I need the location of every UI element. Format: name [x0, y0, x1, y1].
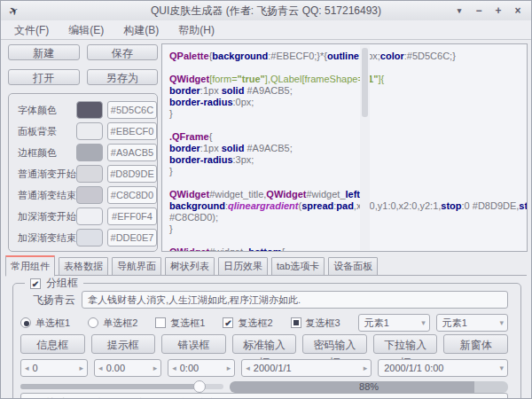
editor-scrollbar[interactable] — [360, 45, 370, 250]
radio-option-1[interactable]: 单选框1 — [20, 317, 82, 330]
progress-label: 88% — [230, 381, 508, 393]
checkbox-icon[interactable] — [291, 317, 301, 328]
bottom-textedit[interactable]: 拿人钱财替人消灾,人生江湖如此,程序江湖亦如此. — [20, 393, 508, 399]
color-swatch[interactable] — [76, 165, 103, 183]
checkbox-option-1[interactable]: 复选框1 — [155, 317, 216, 330]
color-value-input[interactable] — [107, 186, 157, 204]
info-box-button[interactable]: 信息框 — [20, 334, 85, 354]
password-input-button[interactable]: 密码输入框 — [302, 334, 367, 354]
tab-calendar[interactable]: 日历效果 — [218, 257, 268, 276]
slider-thumb[interactable] — [193, 380, 206, 393]
author-row: 飞扬青云 — [20, 291, 508, 309]
color-label: 普通渐变结束 — [18, 189, 76, 202]
author-label: 飞扬青云 — [20, 293, 75, 308]
color-value-input[interactable] — [107, 207, 157, 225]
style-editor[interactable]: QPalette{background:#EBECF0;}*{outline:0… — [161, 43, 528, 252]
code-line: #C8C8D0); — [169, 212, 512, 223]
progress-bar: 88% — [230, 381, 508, 393]
standard-input-button[interactable]: 标准输入框 — [232, 334, 297, 354]
color-swatch[interactable] — [76, 229, 103, 246]
menu-item-help[interactable]: 帮助(H) — [168, 20, 224, 40]
color-row-normal-gradient-start: 普通渐变开始 — [18, 165, 157, 183]
groupbox-checkbox[interactable]: ✔ — [30, 278, 41, 289]
slider[interactable] — [20, 380, 223, 393]
spinbox-value: 0 — [33, 363, 76, 373]
error-box-button[interactable]: 错误框 — [161, 334, 226, 354]
radio-option-2[interactable]: 单选框2 — [88, 317, 149, 330]
spinbox-value: 0.00 — [106, 363, 150, 373]
new-button[interactable]: 新建 — [8, 44, 80, 60]
radio-icon[interactable] — [88, 317, 98, 328]
editor-scrollbar-thumb[interactable] — [362, 48, 368, 117]
color-value-input[interactable] — [107, 229, 157, 246]
color-swatch[interactable] — [76, 101, 103, 119]
combobox-value: 2000/1/1 0:00 — [384, 363, 499, 373]
spin-right-icon[interactable]: ▸ — [364, 364, 368, 372]
new-window-button[interactable]: 新窗体 — [443, 334, 508, 354]
window-menu-button[interactable]: ▾ — [450, 6, 469, 15]
color-value-input[interactable] — [107, 122, 157, 140]
radio-icon[interactable] — [20, 317, 31, 328]
minimize-button[interactable]: − — [469, 4, 489, 17]
save-as-button[interactable]: 另存为 — [87, 69, 159, 85]
int-spinbox[interactable]: ◂ 0 ▸ — [20, 359, 88, 377]
checkbox-icon[interactable] — [155, 317, 166, 328]
menu-item-edit[interactable]: 编辑(E) — [59, 20, 113, 40]
checkbox-option-2[interactable]: ✔ 复选框2 — [223, 317, 284, 330]
tab-common-widgets[interactable]: 常用组件 — [5, 255, 55, 277]
color-label: 加深渐变开始 — [18, 210, 76, 223]
spin-right-icon[interactable]: ▸ — [80, 364, 84, 372]
tab-nav-ui[interactable]: 导航界面 — [112, 257, 161, 276]
element-combobox-1[interactable]: 元素1 ▾ — [358, 314, 430, 332]
combobox-value: 元素1 — [364, 317, 422, 330]
color-swatch[interactable] — [76, 186, 103, 204]
color-value-input[interactable] — [107, 144, 157, 161]
checkbox-icon[interactable]: ✔ — [223, 317, 233, 328]
checkbox-option-3[interactable]: 复选框3 — [291, 317, 352, 330]
color-row-font: 字体颜色 — [18, 101, 157, 119]
element-combobox-2[interactable]: 元素1 ▾ — [436, 314, 508, 332]
spin-right-icon[interactable]: ▸ — [153, 364, 158, 372]
code-line: .QFrame{ — [169, 131, 512, 143]
menu-item-build[interactable]: 构建(B) — [113, 20, 168, 40]
menu-item-file[interactable]: 文件(F) — [4, 20, 59, 40]
time-spinbox[interactable]: ◂ 0:00 ▸ — [168, 359, 235, 377]
color-swatch[interactable] — [76, 144, 103, 161]
code-line: QWidget#widget_title,QWidget#widget_left… — [169, 189, 512, 200]
tip-box-button[interactable]: 提示框 — [91, 334, 156, 354]
spin-right-icon[interactable]: ▸ — [227, 364, 231, 372]
tab-tree-list[interactable]: 树状列表 — [165, 257, 215, 276]
double-spinbox[interactable]: ◂ 0.00 ▸ — [94, 359, 161, 377]
spin-left-icon[interactable]: ◂ — [98, 364, 103, 372]
close-button[interactable]: × — [508, 4, 528, 17]
color-swatch[interactable] — [76, 122, 103, 140]
color-swatch[interactable] — [76, 207, 103, 225]
code-line: border-radius:0px; — [169, 97, 512, 108]
author-input[interactable] — [82, 291, 508, 309]
title-bar[interactable]: ✈ QUI皮肤生成器 (作者: 飞扬青云 QQ: 517216493) ▾ − … — [1, 1, 531, 20]
chevron-down-icon: ▾ — [421, 318, 426, 327]
tab-device-panel[interactable]: 设备面板 — [328, 257, 378, 276]
maximize-button[interactable]: + — [489, 4, 508, 17]
tab-table-data[interactable]: 表格数据 — [59, 257, 108, 276]
save-button[interactable]: 保存 — [87, 44, 159, 60]
checkbox-label: 复选框1 — [170, 317, 205, 330]
code-line: border:1px solid #A9ACB5; — [169, 85, 512, 97]
color-value-input[interactable] — [107, 165, 157, 183]
color-row-deep-gradient-start: 加深渐变开始 — [18, 207, 157, 225]
tab-bar: 常用组件 表格数据 导航界面 树状列表 日历效果 tab选项卡 设备面板 — [5, 254, 527, 276]
spin-left-icon[interactable]: ◂ — [246, 364, 250, 372]
color-value-input[interactable] — [107, 101, 157, 119]
color-row-normal-gradient-end: 普通渐变结束 — [18, 186, 157, 204]
tab-tab-control[interactable]: tab选项卡 — [271, 257, 325, 276]
spin-left-icon[interactable]: ◂ — [25, 364, 29, 372]
slider-progress-row: 88% — [20, 380, 508, 393]
menu-bar: 文件(F) 编辑(E) 构建(B) 帮助(H) — [1, 20, 531, 40]
spin-left-icon[interactable]: ◂ — [172, 364, 176, 372]
date-spinbox[interactable]: ◂ 2000/1/1 ▸ — [241, 359, 372, 377]
radio-label: 单选框1 — [35, 317, 70, 330]
datetime-combobox[interactable]: 2000/1/1 0:00 ▾ — [378, 359, 508, 377]
code-line: border:1px solid #A9ACB5; — [169, 143, 512, 154]
dropdown-input-button[interactable]: 下拉输入框 — [373, 334, 438, 354]
open-button[interactable]: 打开 — [8, 69, 80, 85]
